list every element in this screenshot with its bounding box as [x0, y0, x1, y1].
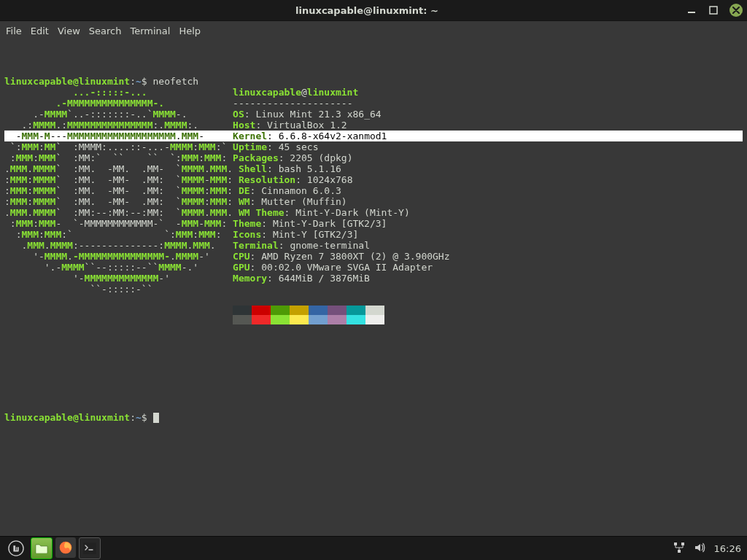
menu-edit[interactable]: Edit [31, 26, 49, 36]
menu-help[interactable]: Help [179, 26, 201, 36]
menubar: File Edit View Search Terminal Help [0, 21, 747, 40]
tray-network-icon[interactable] [673, 542, 685, 556]
taskbar-terminal-icon[interactable] [79, 537, 101, 559]
color-palette-row [233, 315, 743, 324]
menu-file[interactable]: File [6, 26, 22, 36]
tray-volume-icon[interactable] [694, 542, 705, 556]
cursor [153, 413, 159, 423]
start-menu-button[interactable] [6, 538, 26, 559]
window-titlebar: linuxcapable@linuxmint: ~ [0, 0, 747, 21]
minimize-button[interactable] [686, 4, 697, 16]
close-button[interactable] [729, 4, 743, 17]
menu-search[interactable]: Search [89, 26, 122, 36]
svg-rect-6 [681, 542, 684, 545]
svg-rect-7 [678, 550, 681, 553]
svg-rect-0 [688, 12, 695, 13]
svg-rect-1 [710, 7, 717, 14]
svg-rect-4 [83, 542, 96, 554]
taskbar: 16:26 [0, 536, 747, 560]
menu-terminal[interactable]: Terminal [130, 26, 170, 36]
menu-view[interactable]: View [58, 26, 80, 36]
tray-clock[interactable]: 16:26 [714, 543, 741, 554]
taskbar-firefox-icon[interactable] [55, 537, 76, 558]
color-palette-row [233, 306, 743, 315]
svg-rect-5 [674, 542, 677, 545]
window-title: linuxcapable@linuxmint: ~ [48, 5, 686, 16]
maximize-button[interactable] [708, 4, 719, 16]
terminal-output: linuxcapable@linuxmint:~$ neofetch ...-:… [4, 76, 743, 324]
taskbar-files-icon[interactable] [31, 537, 53, 559]
terminal-viewport[interactable]: linuxcapable@linuxmint:~$ neofetch ...-:… [0, 40, 747, 542]
prompt-line: linuxcapable@linuxmint:~$ [4, 412, 743, 423]
